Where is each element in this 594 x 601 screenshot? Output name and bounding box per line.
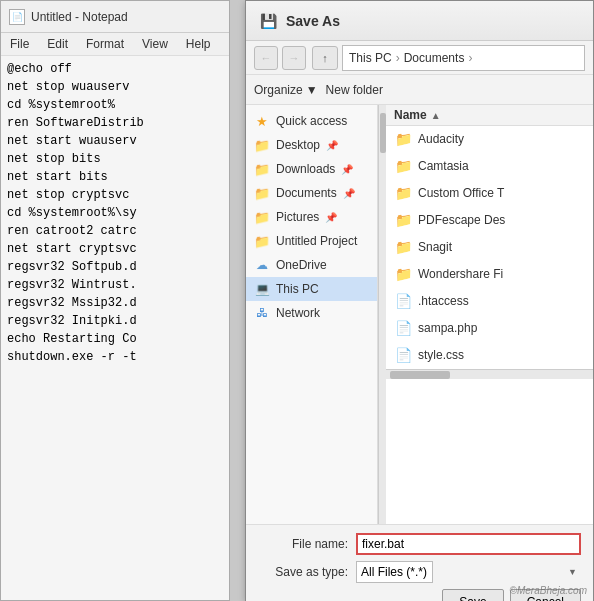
sidebar-item-network[interactable]: 🖧 Network xyxy=(246,301,377,325)
nav-label-untitled: Untitled Project xyxy=(276,234,357,248)
star-icon: ★ xyxy=(254,113,270,129)
file-name: Custom Office T xyxy=(418,186,585,200)
file-item[interactable]: 📄style.css xyxy=(386,342,593,369)
organize-chevron-icon: ▼ xyxy=(306,83,318,97)
folder-untitled-icon: 📁 xyxy=(254,233,270,249)
dialog-toolbar: ← → ↑ This PC › Documents › xyxy=(246,41,593,75)
back-button[interactable]: ← xyxy=(254,46,278,70)
menu-help[interactable]: Help xyxy=(181,35,216,53)
file-name: sampa.php xyxy=(418,321,585,335)
line-5: net start wuauserv xyxy=(7,132,223,150)
sidebar-item-this-pc[interactable]: 💻 This PC xyxy=(246,277,377,301)
saveas-dialog: 💾 Save As ← → ↑ This PC › Documents › Or… xyxy=(245,0,594,601)
forward-button[interactable]: → xyxy=(282,46,306,70)
line-10: ren catroot2 catrc xyxy=(7,222,223,240)
file-item[interactable]: 📄.htaccess xyxy=(386,288,593,315)
notepad-content: @echo off net stop wuauserv cd %systemro… xyxy=(1,56,229,370)
menu-file[interactable]: File xyxy=(5,35,34,53)
nav-panel-wrapper: ★ Quick access 📁 Desktop 📌 📁 Downloads 📌… xyxy=(246,105,386,524)
h-scrollbar-thumb xyxy=(390,371,450,379)
nav-scrollbar[interactable] xyxy=(378,105,386,524)
file-item[interactable]: 📁Audacity xyxy=(386,126,593,153)
file-item[interactable]: 📁Snagit xyxy=(386,234,593,261)
nav-label-quick-access: Quick access xyxy=(276,114,347,128)
pin-downloads-icon: 📌 xyxy=(341,164,353,175)
up-button[interactable]: ↑ xyxy=(312,46,338,70)
line-11: net start cryptsvc xyxy=(7,240,223,258)
sort-arrow-icon: ▲ xyxy=(431,110,441,121)
file-item[interactable]: 📄sampa.php xyxy=(386,315,593,342)
sidebar-item-pictures[interactable]: 📁 Pictures 📌 xyxy=(246,205,377,229)
menu-edit[interactable]: Edit xyxy=(42,35,73,53)
line-16: echo Restarting Co xyxy=(7,330,223,348)
file-item[interactable]: 📁Wondershare Fi xyxy=(386,261,593,288)
sidebar-item-untitled[interactable]: 📁 Untitled Project xyxy=(246,229,377,253)
file-name: Audacity xyxy=(418,132,585,146)
folder-icon: 📁 xyxy=(394,157,412,175)
organize-button[interactable]: Organize ▼ xyxy=(254,83,318,97)
dialog-title: Save As xyxy=(286,13,340,29)
line-2: net stop wuauserv xyxy=(7,78,223,96)
dialog-main: ★ Quick access 📁 Desktop 📌 📁 Downloads 📌… xyxy=(246,105,593,525)
sidebar-item-quick-access[interactable]: ★ Quick access xyxy=(246,109,377,133)
line-14: regsvr32 Mssip32.d xyxy=(7,294,223,312)
line-13: regsvr32 Wintrust. xyxy=(7,276,223,294)
notepad-menubar: File Edit Format View Help xyxy=(1,33,229,56)
line-12: regsvr32 Softpub.d xyxy=(7,258,223,276)
pin-documents-icon: 📌 xyxy=(343,188,355,199)
file-name: .htaccess xyxy=(418,294,585,308)
line-3: cd %systemroot% xyxy=(7,96,223,114)
sidebar-item-downloads[interactable]: 📁 Downloads 📌 xyxy=(246,157,377,181)
dialog-actionbar: Organize ▼ New folder xyxy=(246,75,593,105)
horizontal-scrollbar[interactable] xyxy=(386,369,593,379)
file-item[interactable]: 📁Custom Office T xyxy=(386,180,593,207)
file-list: 📁Audacity📁Camtasia📁Custom Office T📁PDFes… xyxy=(386,126,593,369)
pc-icon: 💻 xyxy=(254,281,270,297)
nav-label-network: Network xyxy=(276,306,320,320)
folder-documents-icon: 📁 xyxy=(254,185,270,201)
filename-label: File name: xyxy=(258,537,348,551)
file-name: Camtasia xyxy=(418,159,585,173)
savetype-label: Save as type: xyxy=(258,565,348,579)
menu-format[interactable]: Format xyxy=(81,35,129,53)
file-name: style.css xyxy=(418,348,585,362)
folder-icon: 📁 xyxy=(394,238,412,256)
nav-label-pictures: Pictures xyxy=(276,210,319,224)
nav-label-onedrive: OneDrive xyxy=(276,258,327,272)
nav-label-desktop: Desktop xyxy=(276,138,320,152)
file-item[interactable]: 📁PDFescape Des xyxy=(386,207,593,234)
file-icon: 📄 xyxy=(394,346,412,364)
watermark: ©MeraBheja.com xyxy=(510,585,587,596)
path-separator: › xyxy=(396,51,400,65)
nav-label-downloads: Downloads xyxy=(276,162,335,176)
folder-pictures-icon: 📁 xyxy=(254,209,270,225)
sidebar-item-onedrive[interactable]: ☁ OneDrive xyxy=(246,253,377,277)
savetype-select[interactable]: All Files (*.*) xyxy=(356,561,433,583)
new-folder-button[interactable]: New folder xyxy=(326,83,383,97)
folder-icon: 📁 xyxy=(394,184,412,202)
sidebar-item-documents[interactable]: 📁 Documents 📌 xyxy=(246,181,377,205)
dialog-titlebar: 💾 Save As xyxy=(246,1,593,41)
nav-label-this-pc: This PC xyxy=(276,282,319,296)
filename-input[interactable] xyxy=(356,533,581,555)
file-name: Wondershare Fi xyxy=(418,267,585,281)
folder-icon: 📁 xyxy=(394,211,412,229)
path-bar[interactable]: This PC › Documents › xyxy=(342,45,585,71)
menu-view[interactable]: View xyxy=(137,35,173,53)
sidebar-item-desktop[interactable]: 📁 Desktop 📌 xyxy=(246,133,377,157)
savetype-row: Save as type: All Files (*.*) xyxy=(258,561,581,583)
folder-desktop-icon: 📁 xyxy=(254,137,270,153)
file-name: PDFescape Des xyxy=(418,213,585,227)
line-6: net stop bits xyxy=(7,150,223,168)
organize-label: Organize xyxy=(254,83,303,97)
notepad-title: Untitled - Notepad xyxy=(31,10,128,24)
nav-label-documents: Documents xyxy=(276,186,337,200)
file-item[interactable]: 📁Camtasia xyxy=(386,153,593,180)
line-1: @echo off xyxy=(7,60,223,78)
line-4: ren SoftwareDistrib xyxy=(7,114,223,132)
line-17: shutdown.exe -r -t xyxy=(7,348,223,366)
save-button[interactable]: Save xyxy=(442,589,503,601)
file-name: Snagit xyxy=(418,240,585,254)
column-name: Name xyxy=(394,108,427,122)
cloud-icon: ☁ xyxy=(254,257,270,273)
